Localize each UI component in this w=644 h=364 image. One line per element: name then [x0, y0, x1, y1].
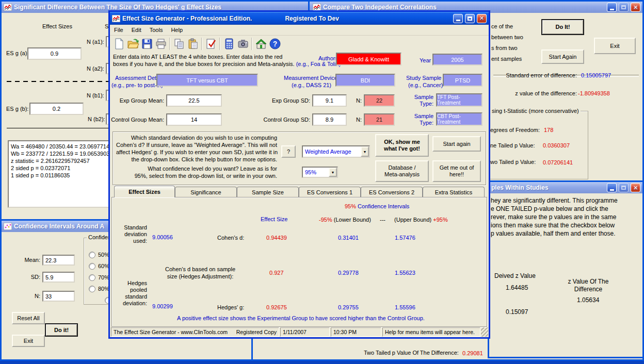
year-box[interactable]: 2005 — [432, 54, 482, 65]
maximize-button[interactable] — [465, 14, 475, 23]
paste-icon[interactable] — [186, 37, 200, 51]
exp-mean-label: Exp Group Mean: — [115, 97, 164, 104]
assessment-hint: (e.g., pre- to post-tx) — [111, 82, 163, 88]
exp-mean-input[interactable]: 22.5 — [166, 94, 222, 107]
es-g-b-input[interactable]: 0.2 — [29, 103, 84, 115]
menu-tools[interactable]: Tools — [146, 26, 167, 34]
exp-n-box[interactable]: 22 — [364, 94, 395, 107]
radio-80[interactable] — [89, 286, 95, 292]
calculator-icon[interactable] — [222, 37, 236, 51]
es-g-a-input[interactable]: 0.9 — [27, 47, 82, 60]
radio-50[interactable] — [89, 252, 95, 258]
exp-sd-label: Exp Group SD: — [265, 97, 310, 104]
minimize-button[interactable] — [607, 3, 617, 12]
compare-exit-button[interactable]: Exit — [594, 38, 636, 54]
database-button[interactable]: Database / Meta-analysis — [375, 160, 429, 182]
home-icon[interactable] — [254, 37, 268, 51]
close-icon[interactable]: ✕ — [631, 183, 640, 192]
ci-exit-button[interactable]: Exit — [12, 335, 45, 347]
maximize-button[interactable] — [619, 3, 629, 12]
z-value-value: -1.80949358 — [578, 90, 610, 96]
result-line: Wb = 233772 / 12261.59 = 19.06539037 — [11, 150, 113, 157]
menu-file[interactable]: File — [110, 26, 127, 34]
cohens-d-value: 0.94439 — [266, 235, 287, 241]
minimize-button[interactable] — [453, 14, 463, 23]
sd-help-button[interactable]: ? — [281, 145, 296, 158]
chevron-down-icon[interactable]: ▼ — [329, 168, 337, 177]
samples-titlebar[interactable]: ples Within Studies ✕ — [489, 182, 642, 193]
ctrl-sd-label: Control Group SD: — [259, 117, 310, 123]
n-input[interactable]: 33 — [42, 291, 75, 302]
chevron-down-icon[interactable]: ▼ — [361, 146, 369, 157]
sd-input[interactable]: 5.9 — [42, 272, 75, 283]
new-document-icon[interactable] — [112, 37, 126, 51]
hedges-adjust-upper: 1.55623 — [395, 270, 415, 276]
start-again-button[interactable]: Start again — [432, 136, 481, 152]
tab-es-conversions-1[interactable]: ES Conversions 1 — [299, 187, 361, 197]
hedges-adjust-value: 0.927 — [269, 270, 284, 276]
statusbar-time: 10:30 PM — [331, 327, 381, 337]
ctrl-mean-input[interactable]: 14 — [166, 113, 222, 126]
tab-sample-size[interactable]: Sample Size — [237, 187, 299, 197]
hedges-adjust-lower: 0.29778 — [338, 270, 359, 276]
ci-do-it-button[interactable]: Do it! — [45, 323, 78, 337]
ctrl-sd-input[interactable]: 8.9 — [312, 113, 347, 126]
two-tailed-value: 0.07206141 — [543, 159, 573, 166]
result-line: Wa = 469480 / 20350.44 = 23.06977146 — [11, 143, 113, 150]
one-tailed-label: ne Tailed p Value: — [490, 142, 535, 148]
tab-extra-statistics[interactable]: Extra Statistics — [423, 187, 485, 197]
tab-effect-sizes[interactable]: Effect Sizes — [114, 186, 175, 197]
mean-label: Mean: — [12, 257, 40, 263]
validate-form-icon[interactable] — [204, 37, 218, 51]
toolbar-separator — [251, 38, 252, 50]
compare-do-it-button[interactable]: Do It! — [541, 19, 584, 35]
measurement-hint: (e.g., DASS 21) — [292, 82, 331, 88]
pooled-sd-label: Hedgespooled standarddeviation: — [114, 280, 147, 307]
copy-icon[interactable] — [172, 37, 186, 51]
ctrl-n-box[interactable]: 21 — [364, 113, 395, 126]
chart-app-icon — [313, 4, 321, 11]
confidence-combo[interactable]: 95%▼ — [302, 167, 338, 178]
ok-show-me-button[interactable]: OK, show me what I've got! — [375, 134, 429, 157]
close-icon[interactable]: ✕ — [477, 14, 487, 23]
two-tailed-diff-value: 0.29081 — [462, 350, 483, 356]
compare-window-title: Compare Two Indepedent Correlations — [323, 4, 437, 11]
instructions-line2: boxes if you have it, and the blue boxes… — [113, 61, 341, 67]
ctrl-sample-type-box[interactable]: CBT Post-Treatment — [436, 112, 482, 126]
compare-start-again-button[interactable]: Start Again — [541, 49, 584, 64]
tab-significance[interactable]: Significance — [175, 187, 237, 197]
authors-label: Authors — [318, 55, 338, 61]
exp-sample-type-box[interactable]: TFT Post-Treatment — [436, 93, 482, 107]
sd-combo[interactable]: Weighted Average▼ — [302, 145, 370, 158]
one-tailed-value: 0.0360307 — [543, 142, 570, 148]
chart-app-icon — [112, 15, 120, 22]
measurement-label: Measurement Device — [284, 75, 337, 81]
n-b2-label: N (b2): — [88, 116, 105, 122]
tab-es-conversions-2[interactable]: ES Conversions 2 — [361, 187, 423, 197]
minimize-button[interactable] — [607, 183, 617, 192]
resize-grip[interactable] — [481, 327, 488, 337]
measurement-box[interactable]: BDI — [335, 74, 395, 87]
n-label: N: — [12, 293, 40, 299]
save-icon[interactable] — [140, 37, 154, 51]
mean-input[interactable]: 22.3 — [42, 255, 75, 266]
hedges-g-upper: 1.55596 — [395, 304, 415, 310]
close-icon[interactable]: ✕ — [631, 3, 640, 12]
assessment-box[interactable]: TFT versus CBT — [156, 74, 258, 87]
open-folder-icon[interactable] — [126, 37, 140, 51]
radio-60[interactable] — [89, 263, 95, 270]
reset-all-button[interactable]: Reset All — [12, 312, 45, 324]
help-icon[interactable]: ? — [268, 37, 282, 51]
camera-icon[interactable] — [236, 37, 250, 51]
get-me-out-button[interactable]: Get me out of here!! — [432, 160, 481, 182]
maximize-button[interactable] — [619, 183, 629, 192]
window-samples-within-studies: ples Within Studies ✕ hey are significan… — [488, 180, 644, 358]
main-titlebar[interactable]: Effect Size Generator - Professional Edi… — [110, 12, 489, 25]
print-icon[interactable] — [154, 37, 168, 51]
radio-70[interactable] — [89, 274, 95, 281]
study-sample-box[interactable]: PTSD — [443, 74, 482, 87]
menu-help[interactable]: Help — [167, 26, 187, 34]
menu-edit[interactable]: Edit — [127, 26, 146, 34]
authors-box[interactable]: Gladd & Knowitt — [336, 53, 401, 65]
exp-sd-input[interactable]: 9.1 — [312, 94, 347, 107]
